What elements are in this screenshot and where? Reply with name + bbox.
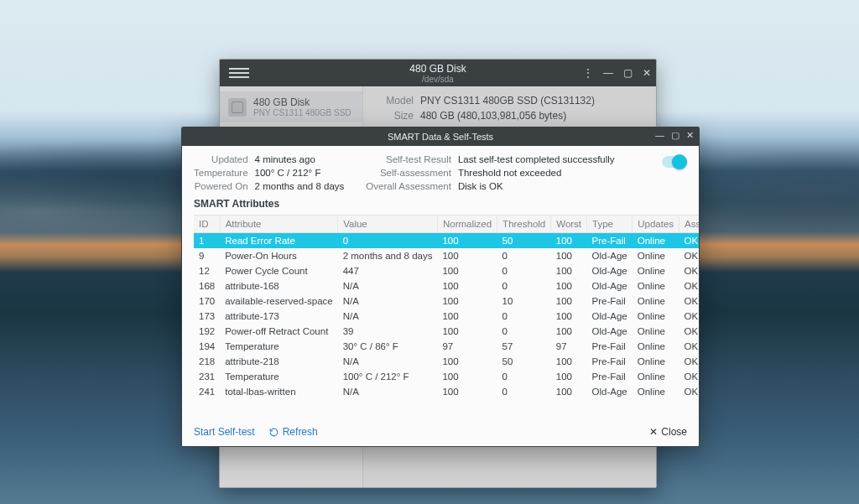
close-x-icon: ✕ [649, 426, 658, 438]
col-attribute[interactable]: Attribute [220, 216, 337, 233]
cell-worst: 100 [551, 294, 587, 309]
cell-attr: Power Cycle Count [220, 263, 337, 278]
table-row[interactable]: 9Power-On Hours2 months and 8 days100010… [194, 248, 700, 263]
close-button[interactable]: ✕ Close [649, 426, 687, 438]
menu-icon[interactable]: ⋮ [583, 67, 593, 79]
cell-type: Pre-Fail [587, 354, 633, 369]
smart-enable-toggle[interactable] [662, 156, 687, 168]
close-icon[interactable]: ✕ [643, 67, 651, 79]
hamburger-icon[interactable] [225, 65, 253, 81]
cell-type: Old-Age [587, 324, 633, 339]
refresh-button[interactable]: Refresh [268, 426, 318, 438]
temperature-value: 100° C / 212° F [255, 168, 345, 178]
cell-thr: 0 [497, 324, 551, 339]
overall-label: Overall Assessment [366, 181, 451, 191]
smart-footer: Start Self-test Refresh ✕ Close [182, 419, 699, 446]
cell-ass: OK [679, 263, 700, 278]
cell-id: 241 [194, 384, 220, 399]
cell-worst: 100 [551, 248, 587, 263]
cell-worst: 100 [551, 309, 587, 324]
cell-thr: 0 [497, 369, 551, 384]
cell-val: N/A [338, 354, 438, 369]
table-header-row: ID Attribute Value Normalized Threshold … [194, 216, 700, 233]
disks-titlebar[interactable]: 480 GB Disk /dev/sda ⋮ — ▢ ✕ [220, 60, 656, 86]
cell-ass: OK [679, 278, 700, 294]
smart-titlebar[interactable]: SMART Data & Self-Tests — ▢ ✕ [182, 127, 699, 146]
cell-worst: 100 [551, 278, 587, 294]
start-selftest-button[interactable]: Start Self-test [194, 426, 255, 438]
cell-val: N/A [338, 278, 438, 294]
col-value[interactable]: Value [338, 216, 438, 233]
smart-attributes-heading: SMART Attributes [182, 195, 699, 215]
cell-id: 1 [194, 233, 220, 249]
minimize-icon[interactable]: — [655, 130, 664, 141]
table-row[interactable]: 241total-lbas-writtenN/A1000100Old-AgeOn… [194, 384, 700, 399]
cell-thr: 0 [497, 384, 551, 399]
col-assessment[interactable]: Assessment [679, 216, 700, 233]
size-value: 480 GB (480,103,981,056 bytes) [420, 110, 566, 122]
cell-norm: 100 [437, 278, 497, 294]
table-row[interactable]: 194Temperature30° C / 86° F975797Pre-Fai… [194, 339, 700, 354]
disk-item-sub: PNY CS1311 480GB SSD [253, 108, 351, 117]
start-selftest-label: Start Self-test [194, 426, 255, 438]
cell-ass: OK [679, 324, 700, 339]
table-row[interactable]: 173attribute-173N/A1000100Old-AgeOnlineO… [194, 309, 700, 324]
cell-id: 168 [194, 278, 220, 294]
cell-ass: OK [679, 384, 700, 399]
overall-value: Disk is OK [458, 181, 615, 191]
cell-norm: 100 [437, 233, 497, 249]
cell-worst: 97 [551, 339, 587, 354]
maximize-icon[interactable]: ▢ [671, 130, 679, 141]
table-row[interactable]: 12Power Cycle Count4471000100Old-AgeOnli… [194, 263, 700, 278]
cell-worst: 100 [551, 233, 587, 249]
cell-thr: 57 [497, 339, 551, 354]
cell-worst: 100 [551, 354, 587, 369]
cell-val: 39 [338, 324, 438, 339]
cell-ass: OK [679, 309, 700, 324]
cell-val: 30° C / 86° F [338, 339, 438, 354]
maximize-icon[interactable]: ▢ [623, 67, 633, 79]
col-type[interactable]: Type [587, 216, 633, 233]
col-id[interactable]: ID [194, 216, 220, 233]
minimize-icon[interactable]: — [603, 67, 613, 79]
table-row[interactable]: 1Read Error Rate010050100Pre-FailOnlineO… [194, 233, 700, 249]
cell-ass: OK [679, 339, 700, 354]
disk-icon [228, 98, 247, 117]
cell-ass: OK [679, 294, 700, 309]
cell-upd: Online [633, 324, 679, 339]
cell-worst: 100 [551, 369, 587, 384]
cell-worst: 100 [551, 384, 587, 399]
cell-id: 194 [194, 339, 220, 354]
cell-attr: attribute-218 [220, 354, 337, 369]
size-label: Size [375, 110, 414, 122]
cell-thr: 10 [497, 294, 551, 309]
cell-val: 100° C / 212° F [338, 369, 438, 384]
cell-attr: available-reserved-space [220, 294, 337, 309]
cell-upd: Online [633, 384, 679, 399]
cell-upd: Online [633, 339, 679, 354]
cell-id: 192 [194, 324, 220, 339]
table-row[interactable]: 168attribute-168N/A1000100Old-AgeOnlineO… [194, 278, 700, 294]
cell-upd: Online [633, 354, 679, 369]
table-row[interactable]: 231Temperature100° C / 212° F1000100Pre-… [194, 369, 700, 384]
refresh-label: Refresh [283, 426, 318, 438]
cell-type: Old-Age [587, 263, 633, 278]
cell-id: 9 [194, 248, 220, 263]
close-icon[interactable]: ✕ [686, 130, 694, 141]
smart-attributes-table: ID Attribute Value Normalized Threshold … [194, 215, 700, 399]
smart-summary: Updated 4 minutes ago Temperature 100° C… [182, 146, 699, 195]
col-normalized[interactable]: Normalized [437, 216, 497, 233]
smart-title-text: SMART Data & Self-Tests [388, 132, 493, 142]
cell-norm: 97 [437, 339, 497, 354]
table-row[interactable]: 218attribute-218N/A10050100Pre-FailOnlin… [194, 354, 700, 369]
col-worst[interactable]: Worst [551, 216, 587, 233]
table-row[interactable]: 170available-reserved-spaceN/A10010100Pr… [194, 294, 700, 309]
sidebar-disk-item[interactable]: 480 GB DiskPNY CS1311 480GB SSD [220, 91, 362, 122]
col-updates[interactable]: Updates [633, 216, 679, 233]
cell-worst: 100 [551, 324, 587, 339]
cell-attr: Power-off Retract Count [220, 324, 337, 339]
cell-type: Pre-Fail [587, 294, 633, 309]
col-threshold[interactable]: Threshold [497, 216, 551, 233]
table-row[interactable]: 192Power-off Retract Count391000100Old-A… [194, 324, 700, 339]
cell-id: 173 [194, 309, 220, 324]
